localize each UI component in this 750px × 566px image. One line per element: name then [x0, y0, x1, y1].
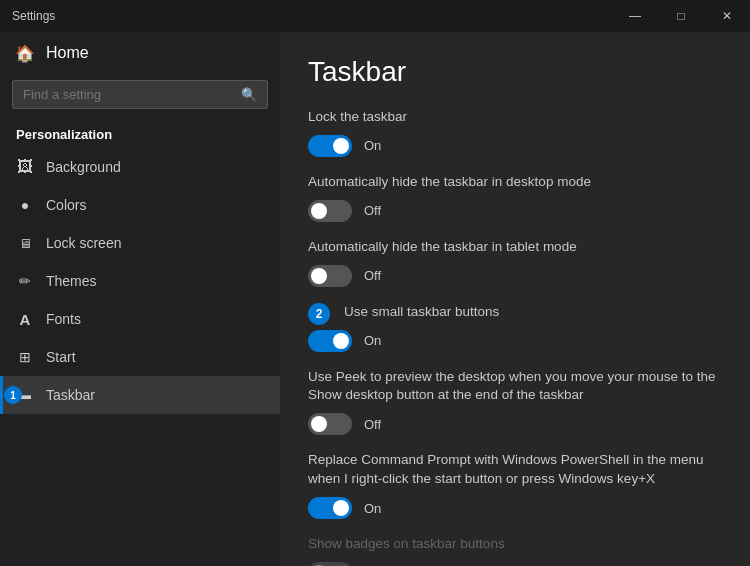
sidebar-item-label: Lock screen [46, 235, 121, 251]
title-bar: Settings — □ ✕ [0, 0, 750, 32]
setting-label-auto-hide-desktop: Automatically hide the taskbar in deskto… [308, 173, 722, 192]
sidebar-item-home[interactable]: 🏠 Home [0, 32, 280, 74]
toggle-status-auto-hide-desktop: Off [364, 203, 381, 218]
fonts-icon: A [16, 310, 34, 328]
setting-powershell: Replace Command Prompt with Windows Powe… [308, 451, 722, 519]
background-icon: 🖼 [16, 158, 34, 176]
themes-icon: ✏ [16, 272, 34, 290]
setting-badges: Show badges on taskbar buttons Off [308, 535, 722, 566]
setting-small-buttons-row: 2 Use small taskbar buttons [308, 303, 722, 330]
maximize-button[interactable]: □ [658, 0, 704, 32]
toggle-peek[interactable] [308, 413, 352, 435]
search-box[interactable]: 🔍 [12, 80, 268, 109]
app-title: Settings [12, 9, 55, 23]
section-label: Personalization [0, 119, 280, 148]
setting-auto-hide-tablet: Automatically hide the taskbar in tablet… [308, 238, 722, 287]
sidebar: 🏠 Home 🔍 Personalization 🖼 Background ● … [0, 32, 280, 566]
setting-label-badges: Show badges on taskbar buttons [308, 535, 722, 554]
toggle-knob [311, 203, 327, 219]
sidebar-item-lock-screen[interactable]: 🖥 Lock screen [0, 224, 280, 262]
content-area: Taskbar Lock the taskbar On Automaticall… [280, 32, 750, 566]
toggle-row-auto-hide-tablet: Off [308, 265, 722, 287]
toggle-knob [333, 333, 349, 349]
toggle-status-powershell: On [364, 501, 381, 516]
toggle-knob [333, 138, 349, 154]
setting-label-powershell: Replace Command Prompt with Windows Powe… [308, 451, 722, 489]
sidebar-item-fonts[interactable]: A Fonts [0, 300, 280, 338]
close-button[interactable]: ✕ [704, 0, 750, 32]
page-title: Taskbar [308, 56, 722, 88]
active-indicator [0, 376, 3, 414]
sidebar-item-background[interactable]: 🖼 Background [0, 148, 280, 186]
toggle-knob [311, 416, 327, 432]
toggle-row-peek: Off [308, 413, 722, 435]
toggle-row-small-buttons: On [308, 330, 722, 352]
setting-auto-hide-desktop: Automatically hide the taskbar in deskto… [308, 173, 722, 222]
sidebar-item-label: Start [46, 349, 76, 365]
sidebar-item-label: Colors [46, 197, 86, 213]
lock-screen-icon: 🖥 [16, 234, 34, 252]
toggle-small-buttons[interactable] [308, 330, 352, 352]
toggle-powershell[interactable] [308, 497, 352, 519]
window-controls: — □ ✕ [612, 0, 750, 32]
setting-label-auto-hide-tablet: Automatically hide the taskbar in tablet… [308, 238, 722, 257]
toggle-lock-taskbar[interactable] [308, 135, 352, 157]
sidebar-item-label: Themes [46, 273, 97, 289]
toggle-status-small-buttons: On [364, 333, 381, 348]
colors-icon: ● [16, 196, 34, 214]
sidebar-item-label: Fonts [46, 311, 81, 327]
sidebar-item-label: Background [46, 159, 121, 175]
sidebar-item-themes[interactable]: ✏ Themes [0, 262, 280, 300]
toggle-row-lock-taskbar: On [308, 135, 722, 157]
setting-small-buttons: 2 Use small taskbar buttons On [308, 303, 722, 352]
toggle-row-badges: Off [308, 562, 722, 566]
start-icon: ⊞ [16, 348, 34, 366]
setting-label-small-buttons: Use small taskbar buttons [344, 303, 499, 322]
home-icon: 🏠 [16, 44, 34, 62]
toggle-auto-hide-desktop[interactable] [308, 200, 352, 222]
sidebar-item-label: Taskbar [46, 387, 95, 403]
home-label: Home [46, 44, 89, 62]
toggle-status-peek: Off [364, 417, 381, 432]
setting-badge-2: 2 [308, 303, 330, 325]
toggle-knob [311, 268, 327, 284]
setting-peek: Use Peek to preview the desktop when you… [308, 368, 722, 436]
setting-lock-taskbar: Lock the taskbar On [308, 108, 722, 157]
setting-label-lock-taskbar: Lock the taskbar [308, 108, 722, 127]
sidebar-item-colors[interactable]: ● Colors [0, 186, 280, 224]
toggle-row-powershell: On [308, 497, 722, 519]
toggle-knob [333, 500, 349, 516]
toggle-badges [308, 562, 352, 566]
taskbar-badge: 1 [4, 386, 22, 404]
toggle-status-auto-hide-tablet: Off [364, 268, 381, 283]
toggle-auto-hide-tablet[interactable] [308, 265, 352, 287]
search-input[interactable] [23, 87, 233, 102]
toggle-status-lock-taskbar: On [364, 138, 381, 153]
search-icon: 🔍 [241, 87, 257, 102]
app-container: 🏠 Home 🔍 Personalization 🖼 Background ● … [0, 32, 750, 566]
setting-label-peek: Use Peek to preview the desktop when you… [308, 368, 722, 406]
toggle-row-auto-hide-desktop: Off [308, 200, 722, 222]
sidebar-item-start[interactable]: ⊞ Start [0, 338, 280, 376]
minimize-button[interactable]: — [612, 0, 658, 32]
sidebar-item-taskbar[interactable]: ▬ Taskbar 1 [0, 376, 280, 414]
